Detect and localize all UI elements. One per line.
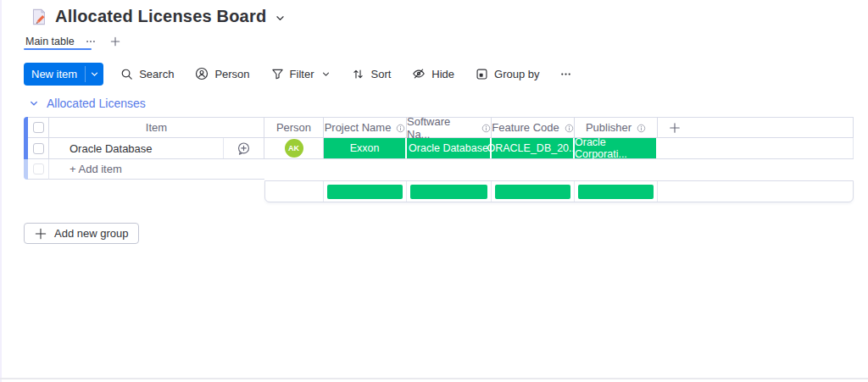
feature-code-cell[interactable]: ORACLE_DB_20... [492,138,575,158]
publisher-cell[interactable]: Oracle Corporati... [575,138,658,158]
add-item-checkbox-disabled [33,163,44,174]
tab-options-dots-icon[interactable] [85,36,97,47]
board-title[interactable]: Allocated Licenses Board [55,7,266,26]
new-item-button-label: New item [24,63,85,86]
group-by-label: Group by [494,68,539,80]
add-group-plus-icon [35,228,47,240]
window-bottom-edge [0,378,868,379]
filter-label: Filter [290,68,314,80]
column-header-item-label: Item [146,121,167,134]
tab-main-table[interactable]: Main table [24,33,76,50]
column-header-person-label: Person [276,121,311,134]
group-collapse-chevron-icon[interactable] [29,98,39,108]
row-checkbox[interactable] [33,143,44,154]
group-header: Allocated Licenses [29,97,146,110]
board-title-chevron-down-icon[interactable] [275,13,286,24]
status-distribution-bar [327,185,403,199]
group-table: Item Person Project Name Software Na... … [24,117,854,180]
filter-chevron-down-icon[interactable] [321,69,331,79]
board-doc-icon [31,8,47,26]
tab-main-table-label: Main table [25,36,75,47]
summary-project-cell [324,181,407,202]
group-by-icon [476,68,488,80]
search-label: Search [139,68,174,80]
group-title[interactable]: Allocated Licenses [47,97,146,110]
add-new-group-button[interactable]: Add new group [24,223,139,244]
sort-label: Sort [370,68,391,80]
table-header-row: Item Person Project Name Software Na... … [28,117,854,138]
status-distribution-bar [495,185,570,199]
column-header-publisher-label: Publisher [586,121,632,134]
column-header-item[interactable]: Item [49,118,264,137]
add-view-plus-icon[interactable] [110,36,120,47]
search-icon [120,68,133,80]
toolbar-more-dots-icon[interactable] [554,64,577,84]
info-icon[interactable] [481,124,491,133]
software-name-cell[interactable]: Oracle Database [407,138,492,158]
column-header-person[interactable]: Person [264,118,324,137]
row-checkbox-cell [28,138,49,158]
board-toolbar: New item Search Person Filter [24,62,577,86]
add-new-group-label: Add new group [54,227,128,240]
person-cell: AK [264,138,324,158]
person-label: Person [214,68,249,80]
active-tab-underline [24,48,92,50]
view-tabs: Main table [24,32,120,51]
info-icon[interactable] [637,124,646,133]
summary-software-cell [407,181,492,202]
column-header-feature-code-label: Feature Code [492,121,559,134]
table-row: Oracle Database AK Exxon Oracle Database… [28,138,854,159]
info-icon[interactable] [565,124,574,133]
add-item-button[interactable]: + Add item [49,159,264,180]
column-header-software-name[interactable]: Software Na... [407,118,492,137]
hide-label: Hide [431,68,454,80]
search-button[interactable]: Search [114,64,181,84]
info-icon[interactable] [396,124,405,133]
column-header-project-name[interactable]: Project Name [324,118,407,137]
person-icon [195,67,209,80]
summary-publisher-cell [575,181,658,202]
toolbar-actions: Search Person Filter Sort [114,64,576,84]
group-by-button[interactable]: Group by [469,64,546,84]
filter-button[interactable]: Filter [264,64,338,84]
column-header-publisher[interactable]: Publisher [575,118,658,137]
new-item-button[interactable]: New item [24,63,103,86]
eye-slash-icon [412,67,426,80]
column-header-project-name-label: Project Name [325,121,392,134]
summary-feature-cell [492,181,575,202]
add-column-button[interactable] [658,118,854,137]
add-update-bubble-icon[interactable] [224,138,264,158]
item-name[interactable]: Oracle Database [49,138,224,158]
status-distribution-bar [578,185,654,199]
filter-funnel-icon [271,68,284,80]
hide-button[interactable]: Hide [405,64,461,84]
select-all-checkbox-cell [28,118,49,137]
add-column-plus-icon [669,122,681,134]
add-item-row[interactable]: + Add item [28,159,854,180]
select-all-checkbox[interactable] [33,122,44,133]
sort-button[interactable]: Sort [345,64,398,84]
project-name-cell[interactable]: Exxon [324,138,407,158]
group-summary-row [264,180,854,202]
summary-person-cell [265,181,324,202]
summary-trailing-cell [658,181,853,202]
board-header: Allocated Licenses Board [31,7,286,26]
status-distribution-bar [410,185,487,199]
person-filter-button[interactable]: Person [188,64,256,84]
group-color-stripe [24,117,28,159]
add-item-checkbox-cell [28,159,49,180]
window-left-edge [0,0,2,382]
sort-arrows-icon [352,68,364,80]
column-header-software-name-label: Software Na... [407,115,476,141]
empty-trailing-cell [658,138,854,158]
avatar[interactable]: AK [285,139,303,158]
group-color-stripe-faded [24,159,28,180]
column-header-feature-code[interactable]: Feature Code [492,118,575,137]
new-item-chevron-down-icon[interactable] [86,63,103,86]
item-cell: Oracle Database [49,138,264,158]
